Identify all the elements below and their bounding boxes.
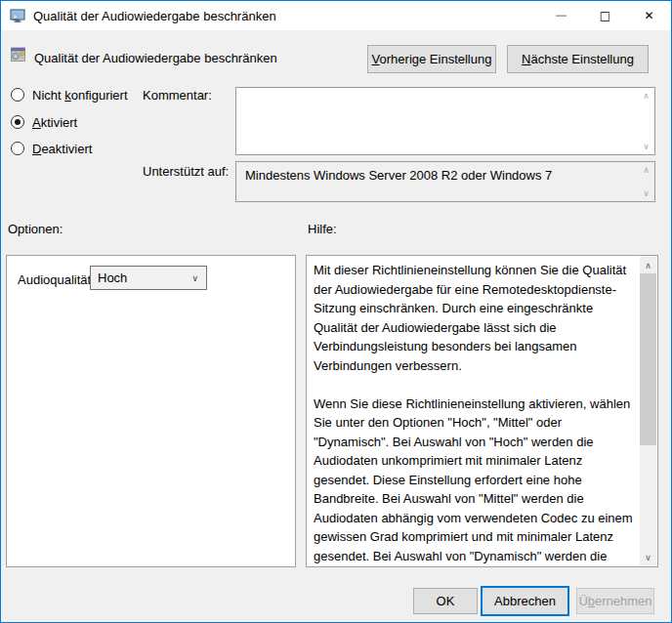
supported-on-label: Unterstützt auf:	[143, 164, 229, 179]
scroll-up-icon[interactable]: ∧	[643, 91, 650, 101]
supported-on-value: Mindestens Windows Server 2008 R2 oder W…	[236, 162, 654, 183]
apply-button[interactable]: Übernehmen	[576, 588, 654, 614]
help-scrollbar[interactable]: ∧ ∨	[640, 257, 656, 565]
scroll-down-icon[interactable]: ∨	[643, 142, 650, 151]
label-accesskey: b	[588, 594, 595, 608]
radio-circle[interactable]	[11, 115, 24, 129]
options-section-label: Optionen:	[8, 222, 63, 236]
minimize-button[interactable]: —	[539, 1, 583, 30]
options-panel: Audioqualität Hoch ∨	[6, 255, 296, 567]
label-part: orherige Einstellung	[380, 52, 492, 66]
previous-setting-button[interactable]: Vorherige Einstellung	[367, 45, 496, 73]
setting-title: Qualität der Audiowiedergabe beschränken	[34, 51, 277, 65]
radio-label: Nicht konfiguriert	[32, 88, 128, 103]
audio-quality-value: Hoch	[91, 270, 191, 285]
radio-circle[interactable]	[11, 88, 24, 102]
scroll-down-icon[interactable]: ∨	[640, 549, 656, 565]
policy-setting-icon	[11, 47, 26, 62]
radio-disabled[interactable]: Deaktiviert	[11, 141, 92, 156]
chevron-down-icon: ∨	[191, 273, 206, 283]
cancel-button[interactable]: Abbrechen	[481, 586, 569, 616]
label-part: ächste Einstellung	[530, 52, 634, 66]
label-part: ernehmen	[595, 594, 652, 608]
radio-circle[interactable]	[11, 142, 24, 155]
radio-enabled[interactable]: Aktiviert	[11, 114, 77, 130]
scroll-up-icon[interactable]: ∧	[640, 257, 656, 273]
label-accesskey: V	[372, 52, 380, 66]
next-setting-button[interactable]: Nächste Einstellung	[507, 45, 649, 73]
radio-not-configured[interactable]: Nicht konfiguriert	[11, 87, 128, 103]
window-title: Qualität der Audiowiedergabe beschränken	[33, 9, 276, 23]
label-part: Ü	[578, 594, 587, 608]
dialog-window: Qualität der Audiowiedergabe beschränken…	[0, 0, 672, 623]
audio-quality-dropdown[interactable]: Hoch ∨	[90, 266, 207, 290]
scrollbar-thumb[interactable]	[640, 273, 656, 445]
comment-textarea[interactable]: ∧ ∨	[235, 87, 655, 155]
supported-scroll-arrows: ∧ ∨	[639, 163, 653, 200]
titlebar: Qualität der Audiowiedergabe beschränken…	[1, 1, 671, 30]
radio-label: Deaktiviert	[32, 142, 92, 156]
scroll-up-icon: ∧	[643, 165, 650, 175]
supported-on-textarea: Mindestens Windows Server 2008 R2 oder W…	[235, 161, 655, 202]
help-text: Mit dieser Richtlinieneinstellung können…	[314, 261, 634, 564]
help-panel: Mit dieser Richtlinieneinstellung können…	[306, 255, 658, 567]
scroll-down-icon: ∨	[643, 188, 650, 198]
radio-label: Aktiviert	[32, 115, 77, 130]
comment-label: Kommentar:	[143, 88, 212, 103]
window-controls: — □ ✕	[539, 1, 671, 30]
help-section-label: Hilfe:	[308, 222, 337, 236]
maximize-button[interactable]: □	[583, 1, 627, 30]
close-button[interactable]: ✕	[627, 1, 671, 30]
group-policy-icon	[10, 8, 25, 23]
audio-quality-label: Audioqualität	[18, 272, 91, 287]
ok-button[interactable]: OK	[413, 588, 478, 614]
comment-scroll-arrows[interactable]: ∧ ∨	[639, 89, 653, 153]
